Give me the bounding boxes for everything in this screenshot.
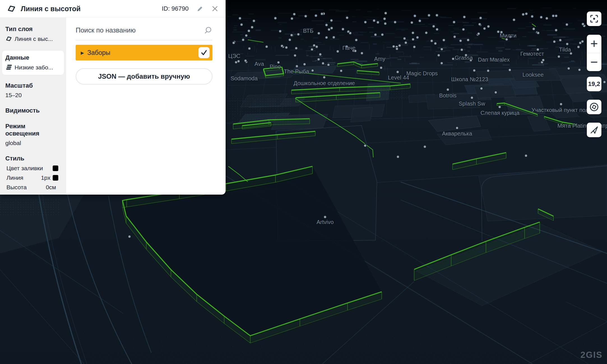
section-label: Масштаб — [0, 82, 66, 89]
zoom-level-badge: 19,2 — [587, 77, 601, 91]
sidebar-section-scale[interactable]: Масштаб 15–20 — [0, 82, 66, 99]
group-visibility-checkbox[interactable] — [198, 47, 210, 58]
sidebar-section-lighting[interactable]: Режим освещения global — [0, 123, 66, 146]
json-add-manually-button[interactable]: JSON — добавить вручную — [76, 68, 212, 85]
layer-id: ID: 96790 — [162, 5, 189, 12]
sidebar-section-style: Стиль Цвет заливки Линия 1px Высота 0см — [0, 155, 66, 191]
zoom-in-button[interactable] — [587, 35, 601, 53]
layer-settings-sidebar: Тип слоя Линия с выс... Данные — [0, 18, 66, 195]
layers-icon — [5, 64, 12, 71]
search-input[interactable] — [76, 26, 204, 34]
data-source-value: Низкие забо... — [15, 64, 53, 71]
style-row-fill-color[interactable]: Цвет заливки — [0, 165, 66, 172]
plus-icon — [591, 41, 597, 46]
sidebar-section-data[interactable]: Данные Низкие забо... — [2, 51, 64, 75]
sidebar-section-layer-type[interactable]: Тип слоя Линия с выс... — [0, 25, 66, 42]
style-row-line[interactable]: Линия 1px — [0, 174, 66, 181]
group-label: Заборы — [87, 49, 110, 57]
zoom-out-button[interactable] — [587, 53, 601, 71]
scale-value: 15–20 — [5, 92, 22, 99]
fill-color-swatch[interactable] — [53, 165, 58, 171]
panel-header: Линия с высотой ID: 96790 — [0, 0, 226, 18]
section-label: Стиль — [0, 155, 66, 162]
search-bar — [76, 18, 212, 40]
data-group-row-fences[interactable]: ▶ Заборы — [76, 45, 212, 60]
sidebar-section-visibility[interactable]: Видимость — [0, 107, 66, 114]
data-list-pane: ▶ Заборы JSON — добавить вручную — [66, 18, 226, 195]
layer-type-value: Линия с выс... — [15, 36, 53, 42]
my-location-button[interactable] — [587, 123, 601, 137]
style-row-height[interactable]: Высота 0см — [0, 184, 66, 191]
close-icon[interactable] — [212, 5, 218, 12]
line-color-swatch[interactable] — [53, 175, 58, 181]
section-label: Данные — [2, 54, 64, 61]
panel-title: Линия с высотой — [21, 5, 81, 13]
compass-button[interactable] — [587, 100, 601, 114]
search-icon[interactable] — [204, 26, 212, 34]
layer-editor-panel: Линия с высотой ID: 96790 Тип слоя — [0, 0, 226, 195]
line-layer-icon — [5, 35, 12, 42]
map-watermark: 2GIS — [580, 350, 603, 360]
zoom-control — [587, 35, 601, 71]
fullscreen-icon — [589, 14, 599, 24]
section-label: Тип слоя — [0, 25, 66, 33]
expand-arrow-icon[interactable]: ▶ — [81, 51, 84, 55]
fullscreen-button[interactable] — [587, 11, 601, 26]
section-label: Видимость — [0, 107, 66, 114]
edit-pencil-icon[interactable] — [196, 5, 204, 12]
lighting-value: global — [5, 140, 21, 146]
section-label: Режим освещения — [0, 123, 56, 137]
compass-icon — [589, 102, 599, 112]
layer-type-logo-icon — [7, 4, 16, 13]
location-arrow-icon — [589, 125, 599, 135]
